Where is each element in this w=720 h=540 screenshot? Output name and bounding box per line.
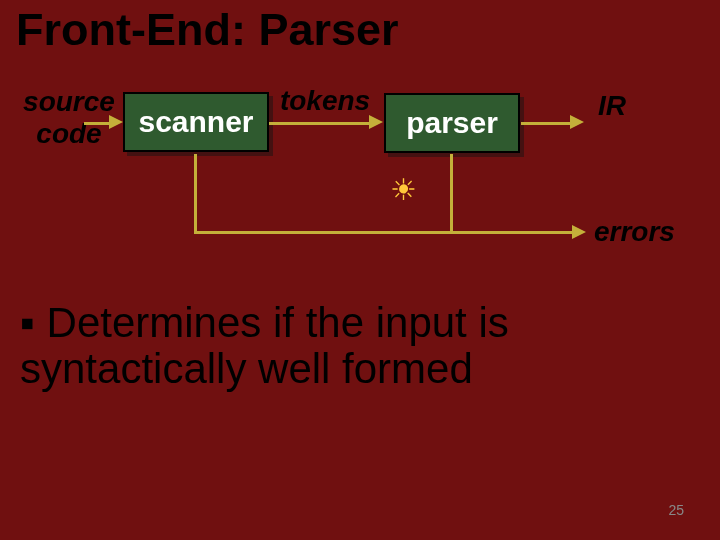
bullet-text: Determines if the input is syntactically… bbox=[20, 299, 509, 392]
line-parser-down bbox=[450, 154, 453, 234]
ir-label: IR bbox=[598, 90, 626, 122]
arrowhead-icon bbox=[572, 225, 586, 239]
bullet-item: ▪ Determines if the input is syntactical… bbox=[20, 300, 680, 392]
bullet-list: ▪ Determines if the input is syntactical… bbox=[20, 300, 680, 392]
scanner-box: scanner bbox=[123, 92, 269, 152]
arrowhead-icon bbox=[109, 115, 123, 129]
bullet-marker-icon: ▪ bbox=[20, 299, 47, 346]
parser-box: parser bbox=[384, 93, 520, 153]
arrow-scanner-to-parser bbox=[269, 122, 369, 125]
arrowhead-icon bbox=[570, 115, 584, 129]
tokens-label: tokens bbox=[268, 85, 382, 117]
errors-label: errors bbox=[594, 216, 675, 248]
arrow-parser-to-ir bbox=[521, 122, 571, 125]
slide-title: Front-End: Parser bbox=[16, 4, 399, 56]
sun-icon: ☀ bbox=[390, 172, 417, 207]
scanner-box-label: scanner bbox=[138, 105, 253, 139]
line-scanner-down bbox=[194, 154, 197, 234]
source-code-label: source code bbox=[14, 86, 124, 150]
arrow-source-to-scanner bbox=[84, 122, 112, 125]
arrowhead-icon bbox=[369, 115, 383, 129]
parser-box-label: parser bbox=[406, 106, 498, 140]
page-number: 25 bbox=[668, 502, 684, 518]
line-errors-horizontal bbox=[194, 231, 576, 234]
